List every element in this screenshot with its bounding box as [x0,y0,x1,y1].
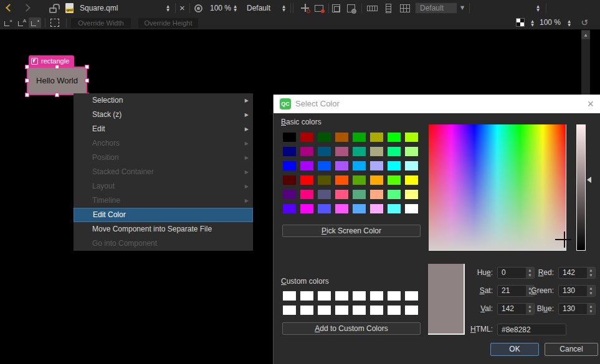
color-swatch[interactable] [318,147,331,156]
blue-spinbox[interactable]: 130 ▲▼ [558,303,596,315]
color-swatch[interactable] [370,175,383,185]
color-swatch[interactable] [405,204,418,213]
column-layout-icon[interactable] [386,4,391,13]
color-swatch[interactable] [370,291,383,301]
menu-item-move-component-into-separate-file[interactable]: Move Component into Separate File [74,222,253,236]
no-snapping-icon[interactable]: × [2,17,14,28]
background-spinner[interactable]: ▲ ▼ [529,19,536,27]
color-swatch[interactable] [405,291,418,301]
dropdown-arrow-icon[interactable]: ▼ [460,2,464,14]
color-swatch[interactable] [283,204,296,213]
snap-anchors-icon[interactable]: A [16,17,28,28]
red-spinbox[interactable]: 142 ▲▼ [558,267,596,279]
resize-handle-bottom[interactable] [55,93,59,97]
color-swatch[interactable] [300,147,313,156]
color-swatch[interactable] [388,291,401,301]
color-swatch[interactable] [388,133,401,142]
color-swatch[interactable] [300,291,313,301]
color-swatch[interactable] [388,190,401,199]
color-swatch[interactable] [388,147,401,156]
frame-component-icon[interactable] [332,4,340,12]
color-picker-crosshair[interactable] [564,231,565,248]
color-swatch[interactable] [370,147,383,156]
resize-handle-top-right[interactable] [85,65,89,69]
resize-handle-top[interactable] [55,65,59,69]
dialog-title-bar[interactable]: QC Select Color × [274,95,600,113]
value-slider-handle[interactable] [587,177,591,183]
color-swatch[interactable] [405,161,418,170]
menu-item-edit[interactable]: Edit ▶ [74,122,253,136]
state-selector-value[interactable]: Default [247,0,270,16]
color-swatch[interactable] [353,204,366,213]
ok-button[interactable]: OK [490,343,539,356]
row-layout-icon[interactable] [367,6,378,11]
grid-layout-icon[interactable] [400,4,410,12]
menu-item-selection[interactable]: Selection ▶ [74,93,253,108]
color-swatch[interactable] [405,175,418,185]
color-swatch[interactable] [300,161,313,170]
color-swatch[interactable] [335,291,348,301]
color-swatch[interactable] [283,133,296,142]
show-bounding-rects-icon[interactable] [50,19,59,27]
color-swatch[interactable] [318,175,331,185]
color-swatch[interactable] [388,204,401,213]
color-swatch[interactable] [405,190,418,199]
color-swatch[interactable] [370,133,383,142]
frame-selection-icon[interactable] [347,4,355,12]
blue-spin-buttons[interactable]: ▲▼ [587,304,595,314]
canvas-zoom-value[interactable]: 100 % [540,16,561,29]
color-swatch[interactable] [353,190,366,199]
color-swatch[interactable] [318,204,331,213]
color-swatch[interactable] [370,204,383,213]
color-swatch[interactable] [335,190,348,199]
color-swatch[interactable] [353,175,366,185]
bounding-rect-warning-icon[interactable] [315,5,323,12]
canvas-background-toggle-icon[interactable] [516,18,525,27]
selected-rectangle-component[interactable]: Hello World [27,67,87,95]
color-swatch[interactable] [335,147,348,156]
color-swatch[interactable] [388,306,401,315]
color-swatch[interactable] [283,175,296,185]
color-swatch[interactable] [388,175,401,185]
color-swatch[interactable] [335,204,348,213]
run-preview-icon[interactable] [194,4,202,12]
reset-zoom-icon[interactable]: ↺ [579,16,590,29]
color-swatch[interactable] [318,306,331,315]
color-swatch[interactable] [283,306,296,315]
color-swatch[interactable] [405,147,418,156]
preview-zoom-spinner[interactable]: ▲ ▼ [232,4,239,12]
component-label-tab[interactable]: rectangle [29,55,74,67]
override-width-input[interactable] [71,18,131,28]
color-swatch[interactable] [405,306,418,315]
pick-screen-color-button[interactable]: Pick Screen Color [282,225,421,237]
current-file-name[interactable]: Square.qml [80,0,118,16]
add-to-custom-colors-button[interactable]: Add to Custom Colors [282,322,421,335]
override-height-input[interactable] [138,18,198,28]
color-swatch[interactable] [335,306,348,315]
color-swatch[interactable] [370,161,383,170]
color-swatch[interactable] [353,161,366,170]
resize-handle-bottom-left[interactable] [25,93,29,97]
cancel-button[interactable]: Cancel [545,343,598,356]
layout-preset-combobox[interactable]: Default [415,2,457,14]
color-swatch[interactable] [370,306,383,315]
canvas-zoom-spinner[interactable]: ▲ ▼ [566,19,573,27]
color-swatch[interactable] [318,133,331,142]
file-selector-spinner[interactable]: ▲ ▼ [164,4,171,12]
color-swatch[interactable] [353,147,366,156]
state-selector-spinner[interactable]: ▲ ▼ [280,4,287,12]
forward-icon[interactable] [22,4,31,12]
green-spin-buttons[interactable]: ▲▼ [587,286,595,296]
green-spinbox[interactable]: 130 ▲▼ [558,285,596,297]
color-swatch[interactable] [318,190,331,199]
color-swatch[interactable] [353,306,366,315]
color-picker-crosshair[interactable] [555,239,571,240]
resize-handle-top-left[interactable] [25,65,29,69]
color-swatch[interactable] [300,175,313,185]
color-swatch[interactable] [405,133,418,142]
resize-handle-left[interactable] [25,78,29,83]
color-swatch[interactable] [335,133,348,142]
resize-handle-right[interactable] [85,78,89,83]
snap-items-icon[interactable]: ▪ [29,17,41,28]
color-swatch[interactable] [335,161,348,170]
